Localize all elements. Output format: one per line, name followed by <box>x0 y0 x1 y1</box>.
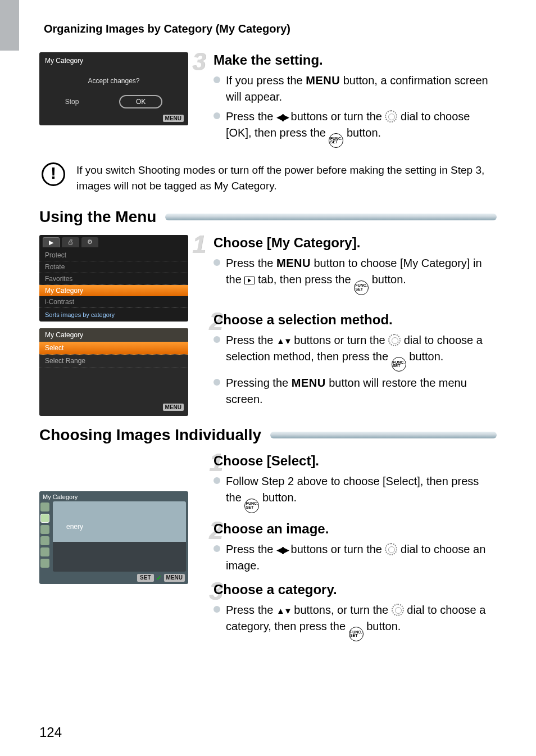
screenshot-accept-changes: My Category Accept changes? Stop OK MENU <box>39 52 188 125</box>
step3-number: 3 <box>192 48 206 76</box>
category-icon <box>40 559 49 568</box>
text: button. <box>369 273 406 286</box>
menu-tab-print: 🖨 <box>62 237 79 247</box>
text: button. <box>406 350 444 363</box>
ss1-prompt: Accept changes? <box>39 67 188 92</box>
set-badge: SET <box>137 574 153 582</box>
s2-block: My Category enery SET ✓ MENU 1 Choose [S… <box>39 453 497 645</box>
text: button. <box>364 620 401 632</box>
section-choosing-images: Choosing Images Individually <box>39 426 497 444</box>
bullet-icon <box>214 112 220 119</box>
s2step2-title: Choose an image. <box>214 521 497 537</box>
imgss-cat-sidebar <box>40 503 52 581</box>
text: buttons or turn the <box>291 334 388 346</box>
page-side-tab <box>0 0 19 51</box>
s2step1-bullet1: Follow Step 2 above to choose [Select], … <box>214 473 497 513</box>
list-menu-badge: MENU <box>163 404 184 411</box>
menu-help-text: Sorts images by category <box>39 308 188 322</box>
ss1-menu-badge: MENU <box>163 115 184 122</box>
step-3-block: My Category Accept changes? Stop OK MENU… <box>39 52 497 151</box>
category-icon <box>40 536 49 545</box>
category-icon <box>40 547 49 556</box>
func-set-icon: FUNC.SET <box>392 357 406 372</box>
menu-tab-playback: ▶ <box>43 237 60 247</box>
text: button. <box>259 491 297 504</box>
step3-bullet2: Press the buttons or turn the dial to ch… <box>214 108 497 148</box>
playback-tab-icon <box>244 277 255 284</box>
func-set-icon: FUNC.SET <box>354 280 369 295</box>
dial-icon <box>392 604 404 616</box>
bullet-icon <box>214 336 220 343</box>
text: tab, then press the <box>255 273 354 286</box>
check-icon: ✓ <box>156 574 162 582</box>
exclamation-circle-icon: ! <box>42 162 65 186</box>
dial-icon <box>385 110 397 123</box>
text: Press the <box>226 110 276 123</box>
text: Press the <box>226 543 276 555</box>
bullet-icon <box>214 379 220 386</box>
menu-item: Protect <box>39 250 188 261</box>
text: If you press the <box>226 74 306 87</box>
func-set-icon: FUNC.SET <box>329 133 343 148</box>
section-title: Choosing Images Individually <box>39 426 261 444</box>
menu-item: i-Contrast <box>39 296 188 308</box>
imgss-label: enery <box>66 523 83 531</box>
up-down-arrow-icon <box>276 334 291 346</box>
s1step2-bullet2: Pressing the MENU button will restore th… <box>214 375 497 408</box>
s2step3-bullet1: Press the buttons, or turn the dial to c… <box>214 602 497 641</box>
section-using-the-menu: Using the Menu <box>39 208 497 226</box>
warning-note: ! If you switch Shooting modes or turn o… <box>39 162 497 193</box>
s2step1-title: Choose [Select]. <box>214 453 497 469</box>
text: buttons, or turn the <box>291 604 392 616</box>
page-number: 124 <box>39 725 62 740</box>
step3-bullet1: If you press the MENU button, a confirma… <box>214 73 497 105</box>
s2step3-title: Choose a category. <box>214 582 497 597</box>
menu-badge: MENU <box>164 574 185 582</box>
ss1-stop: Stop <box>65 98 79 106</box>
section-title: Using the Menu <box>39 208 156 226</box>
list-item: Select Range <box>39 355 188 368</box>
text: Press the <box>226 257 276 269</box>
text: buttons or turn the <box>288 110 385 123</box>
s1step2-title: Choose a selection method. <box>214 312 497 328</box>
section-bar <box>270 432 497 438</box>
func-set-icon: FUNC.SET <box>349 627 364 641</box>
s2step2-bullet1: Press the buttons or turn the dial to ch… <box>214 541 497 574</box>
s1step1-bullet1: Press the MENU button to choose [My Cate… <box>214 255 497 295</box>
menu-label-icon: MENU <box>276 257 311 269</box>
ss1-title: My Category <box>39 52 188 67</box>
up-down-arrow-icon <box>276 604 291 616</box>
text: Pressing the <box>226 377 292 389</box>
imgss-photo <box>53 501 186 572</box>
page-header-title: Organizing Images by Category (My Catego… <box>44 22 497 35</box>
func-set-icon: FUNC.SET <box>244 499 259 513</box>
bullet-icon <box>214 545 220 552</box>
dial-icon <box>388 334 401 346</box>
s1-step1-block: ▶ 🖨 ⚙ Protect Rotate Favorites My Catego… <box>39 235 497 416</box>
step3-title: Make the setting. <box>214 52 497 68</box>
menu-tab-setup: ⚙ <box>81 237 98 247</box>
left-right-arrow-icon <box>276 110 288 123</box>
bullet-icon <box>214 76 220 83</box>
list-item-selected: Select <box>39 342 188 355</box>
category-icon-selected <box>40 514 49 523</box>
screenshot-select-list: My Category Select Select Range MENU <box>39 328 188 416</box>
ss1-ok: OK <box>119 95 162 108</box>
imgss-title: My Category <box>43 494 78 500</box>
screenshot-menu-list: ▶ 🖨 ⚙ Protect Rotate Favorites My Catego… <box>39 235 188 322</box>
section-bar <box>165 214 497 220</box>
menu-label-icon: MENU <box>306 74 340 87</box>
s1step1-number: 1 <box>192 230 206 259</box>
bullet-icon <box>214 259 220 266</box>
s1step2-bullet1: Press the buttons or turn the dial to ch… <box>214 332 497 372</box>
text: button. <box>343 126 381 139</box>
note-text: If you switch Shooting modes or turn off… <box>76 162 494 193</box>
bullet-icon <box>214 606 220 613</box>
category-icon <box>40 503 49 511</box>
category-icon <box>40 525 49 534</box>
menu-item: Rotate <box>39 261 188 273</box>
text: Press the <box>226 334 276 346</box>
bullet-icon <box>214 477 220 484</box>
left-right-arrow-icon <box>276 543 288 555</box>
menu-item: Favorites <box>39 273 188 285</box>
